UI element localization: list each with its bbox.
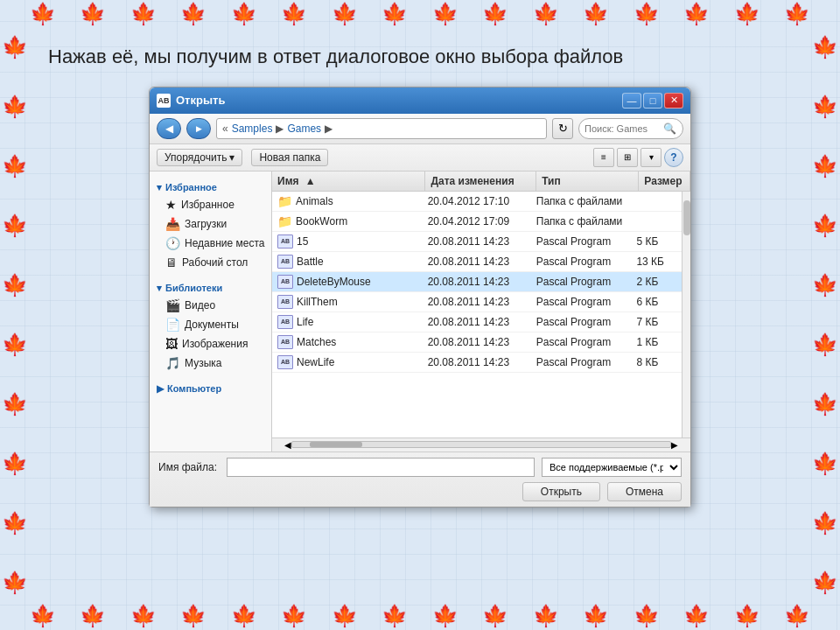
leaf-icon: 🍁 <box>130 604 157 628</box>
file-type: Pascal Program <box>531 354 632 371</box>
vertical-scrollbar[interactable] <box>682 192 690 438</box>
leaf-icon: 🍁 <box>2 94 28 119</box>
sidebar-item-desktop[interactable]: 🖥 Рабочий стол <box>150 253 271 272</box>
filetype-select[interactable]: Все поддерживаемые (*.pas;*. <box>542 458 682 477</box>
column-header-date[interactable]: Дата изменения <box>425 172 536 191</box>
leaf-icon: 🍁 <box>281 604 307 628</box>
computer-section: ▶ Компьютер <box>150 380 271 396</box>
column-header-size[interactable]: Размер <box>639 172 690 191</box>
file-row[interactable]: AB Matches 20.08.2011 14:23 Pascal Progr… <box>272 332 682 353</box>
sidebar-item-images[interactable]: 🖼 Изображения <box>150 334 271 354</box>
star-icon: ★ <box>165 198 177 212</box>
favorites-header[interactable]: ▾ Избранное <box>150 178 271 195</box>
maximize-button[interactable]: □ <box>643 93 662 108</box>
leaf-icon: 🍁 <box>734 604 760 628</box>
filename-input[interactable] <box>227 458 535 477</box>
file-row[interactable]: 📁 Animals 20.04.2012 17:10 Папка с файла… <box>272 192 682 212</box>
sidebar-item-favorites[interactable]: ★ Избранное <box>150 195 271 214</box>
leaf-border-right: 🍁 🍁 🍁 🍁 🍁 🍁 🍁 🍁 🍁 🍁 <box>812 0 838 630</box>
forward-arrow-icon: ▶ <box>196 124 202 133</box>
file-date: 20.08.2011 14:23 <box>423 333 531 351</box>
view-list-button[interactable]: ≡ <box>593 148 614 167</box>
leaf-icon: 🍁 <box>812 94 838 119</box>
column-header-type[interactable]: Тип <box>536 172 639 191</box>
leaf-icon: 🍁 <box>812 392 838 416</box>
sidebar-item-downloads[interactable]: 📥 Загрузки <box>150 214 271 234</box>
download-icon: 📥 <box>165 217 180 231</box>
navigation-toolbar: ◀ ▶ « Samples ▶ Games ▶ ↻ 🔍 <box>150 114 690 144</box>
path-games[interactable]: Games <box>287 122 321 135</box>
hscroll-track[interactable] <box>291 441 671 448</box>
scrollbar-thumb[interactable] <box>683 200 690 235</box>
file-row[interactable]: 📁 BookWorm 20.04.2012 17:09 Папка с файл… <box>272 212 682 232</box>
view-details-button[interactable]: ▾ <box>640 148 662 167</box>
leaf-icon: 🍁 <box>130 2 157 26</box>
leaf-icon: 🍁 <box>812 273 838 298</box>
new-folder-button[interactable]: Новая папка <box>251 149 328 166</box>
file-name-cell: AB KillThem <box>272 292 423 312</box>
leaf-icon: 🍁 <box>482 604 508 628</box>
file-row[interactable]: AB Life 20.08.2011 14:23 Pascal Program … <box>272 312 682 332</box>
organize-dropdown-icon: ▾ <box>229 151 234 164</box>
images-icon: 🖼 <box>165 337 178 351</box>
folder-icon: 📁 <box>277 214 292 228</box>
file-name: 15 <box>297 235 308 248</box>
file-row[interactable]: AB Battle 20.08.2011 14:23 Pascal Progra… <box>272 252 682 272</box>
help-button[interactable]: ? <box>664 148 683 167</box>
leaf-icon: 🍁 <box>812 332 838 357</box>
sidebar-downloads-label: Загрузки <box>185 218 227 230</box>
libraries-triangle-icon: ▾ <box>157 283 162 294</box>
sidebar-favorites-label: Избранное <box>181 199 234 211</box>
file-date: 20.04.2012 17:09 <box>423 213 531 230</box>
leaf-icon: 🍁 <box>432 2 458 26</box>
search-icon[interactable]: 🔍 <box>663 122 676 135</box>
organize-button[interactable]: Упорядочить ▾ <box>157 149 242 166</box>
file-date: 20.08.2011 14:23 <box>423 313 531 331</box>
file-list-scroll[interactable]: 📁 Animals 20.04.2012 17:10 Папка с файла… <box>272 192 682 438</box>
leaf-icon: 🍁 <box>482 2 508 26</box>
file-row[interactable]: AB KillThem 20.08.2011 14:23 Pascal Prog… <box>272 292 682 312</box>
file-list-header: Имя ▲ Дата изменения Тип Размер <box>272 172 690 192</box>
leaf-icon: 🍁 <box>583 2 609 26</box>
hscroll-left-arrow[interactable]: ◀ <box>284 440 291 450</box>
path-samples[interactable]: Samples <box>232 122 273 135</box>
file-row[interactable]: AB NewLife 20.08.2011 14:23 Pascal Progr… <box>272 353 682 373</box>
close-button[interactable]: ✕ <box>664 93 683 108</box>
search-input[interactable] <box>584 123 663 134</box>
video-icon: 🎬 <box>165 298 180 312</box>
leaf-icon: 🍁 <box>2 154 28 178</box>
open-button[interactable]: Открыть <box>522 482 600 501</box>
sidebar-item-video[interactable]: 🎬 Видео <box>150 296 271 315</box>
favorites-section: ▾ Избранное ★ Избранное 📥 Загрузки 🕐 <box>150 178 271 272</box>
computer-header[interactable]: ▶ Компьютер <box>150 380 271 396</box>
leaf-icon: 🍁 <box>432 604 458 628</box>
leaf-icon: 🍁 <box>30 2 56 26</box>
minimize-button[interactable]: — <box>622 93 641 108</box>
view-grid-button[interactable]: ⊞ <box>617 148 638 167</box>
search-bar[interactable]: 🔍 <box>578 118 683 139</box>
horizontal-scrollbar[interactable]: ◀ ▶ <box>272 438 690 452</box>
file-row-hovered[interactable]: AB DeleteByMouse 20.08.2011 14:23 Pascal… <box>272 272 682 292</box>
leaf-icon: 🍁 <box>80 604 106 628</box>
column-header-name[interactable]: Имя ▲ <box>272 172 425 191</box>
leaf-icon: 🍁 <box>281 2 307 26</box>
refresh-button[interactable]: ↻ <box>552 118 573 139</box>
path-bar[interactable]: « Samples ▶ Games ▶ <box>216 118 547 139</box>
sidebar-item-documents[interactable]: 📄 Документы <box>150 315 271 334</box>
sidebar-item-music[interactable]: 🎵 Музыка <box>150 354 271 373</box>
file-row[interactable]: AB 15 20.08.2011 14:23 Pascal Program 5 … <box>272 232 682 252</box>
back-button[interactable]: ◀ <box>157 118 181 139</box>
leaf-icon: 🍁 <box>533 2 559 26</box>
cancel-button[interactable]: Отмена <box>607 482 682 501</box>
action-toolbar: Упорядочить ▾ Новая папка ≡ ⊞ ▾ ? <box>150 144 690 172</box>
music-icon: 🎵 <box>165 356 180 370</box>
libraries-header[interactable]: ▾ Библиотеки <box>150 279 271 296</box>
dialog-title-icon: AB <box>157 94 171 108</box>
dialog-title-text: Открыть <box>176 94 225 107</box>
sidebar-item-recent[interactable]: 🕐 Недавние места <box>150 234 271 253</box>
col-date-label: Дата изменения <box>430 175 514 187</box>
hscroll-thumb[interactable] <box>310 442 362 447</box>
file-name: Animals <box>296 195 333 207</box>
hscroll-right-arrow[interactable]: ▶ <box>671 440 678 450</box>
forward-button[interactable]: ▶ <box>186 118 211 139</box>
